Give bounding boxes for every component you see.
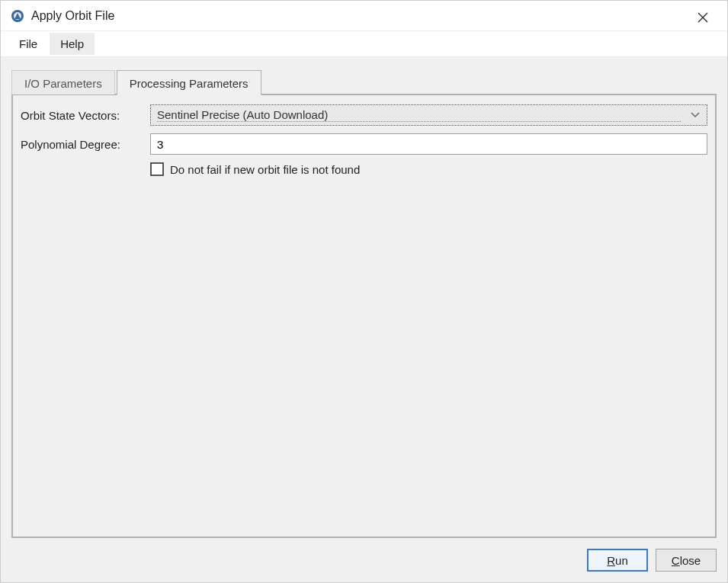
orbit-state-vectors-row: Orbit State Vectors: Sentinel Precise (A… <box>21 104 707 126</box>
orbit-state-vectors-value: Sentinel Precise (Auto Download) <box>157 108 681 122</box>
polynomial-degree-label: Polynomial Degree: <box>21 138 150 151</box>
app-icon <box>10 8 25 24</box>
polynomial-degree-input[interactable] <box>150 133 707 155</box>
chevron-down-icon <box>685 105 705 125</box>
do-not-fail-checkbox[interactable] <box>150 162 164 176</box>
tab-processing-parameters[interactable]: Processing Parameters <box>117 70 261 95</box>
close-button[interactable]: Close <box>656 549 717 572</box>
do-not-fail-row: Do not fail if new orbit file is not fou… <box>150 162 707 176</box>
tab-io-parameters[interactable]: I/O Parameters <box>11 70 115 94</box>
orbit-state-vectors-label: Orbit State Vectors: <box>21 109 150 122</box>
content-area: I/O Parameters Processing Parameters Orb… <box>1 57 727 582</box>
run-button[interactable]: Run <box>587 549 648 572</box>
polynomial-degree-row: Polynomial Degree: <box>21 133 707 155</box>
menu-file[interactable]: File <box>8 33 48 55</box>
menubar: File Help <box>1 31 727 57</box>
titlebar: Apply Orbit File <box>1 1 727 31</box>
orbit-state-vectors-select[interactable]: Sentinel Precise (Auto Download) <box>150 104 707 126</box>
tab-strip: I/O Parameters Processing Parameters <box>11 69 717 94</box>
processing-panel: Orbit State Vectors: Sentinel Precise (A… <box>11 94 717 538</box>
do-not-fail-label: Do not fail if new orbit file is not fou… <box>170 163 360 176</box>
button-bar: Run Close <box>11 538 717 572</box>
close-icon[interactable] <box>692 7 714 28</box>
menu-help[interactable]: Help <box>50 33 95 55</box>
window-title: Apply Orbit File <box>31 9 114 23</box>
